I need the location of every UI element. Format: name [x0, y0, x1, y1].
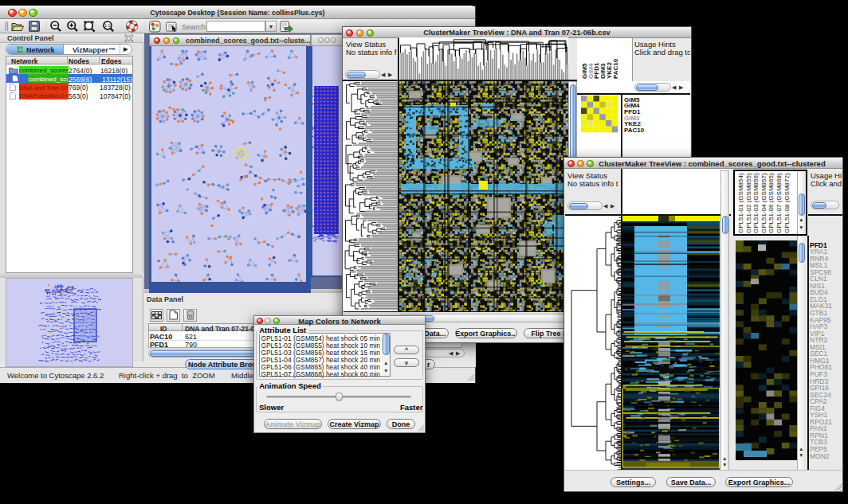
svg-text:1:1: 1:1	[104, 23, 110, 28]
